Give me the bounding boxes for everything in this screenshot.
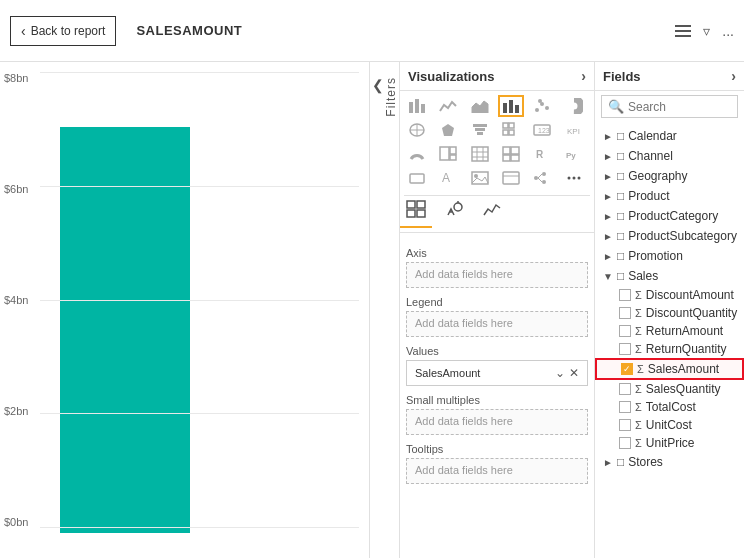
viz-panel-expand-icon[interactable]: › [581,68,586,84]
viz-gauge-icon[interactable] [404,143,430,165]
search-input[interactable] [628,100,731,114]
total-cost-checkbox[interactable] [619,401,631,413]
field-group-header-product-subcategory[interactable]: ► □ ProductSubcategory [595,226,744,246]
svg-rect-32 [503,147,510,154]
calendar-label: Calendar [628,129,677,143]
field-item-discount-quantity[interactable]: Σ DiscountQuantity [595,304,744,322]
calendar-table-icon: □ [617,129,624,143]
unit-price-sigma: Σ [635,437,642,449]
field-item-return-quantity[interactable]: Σ ReturnQuantity [595,340,744,358]
sales-table-icon: □ [617,269,624,283]
promotion-expand-icon: ► [603,251,613,262]
viz-r-icon[interactable]: R [529,143,555,165]
field-item-total-cost[interactable]: Σ TotalCost [595,398,744,416]
field-item-discount-amount[interactable]: Σ DiscountAmount [595,286,744,304]
viz-decomp-icon[interactable] [529,167,555,189]
unit-price-checkbox[interactable] [619,437,631,449]
svg-rect-52 [407,201,415,208]
field-group-header-product[interactable]: ► □ Product [595,186,744,206]
viz-shape-icon[interactable] [404,167,430,189]
field-group-header-calendar[interactable]: ► □ Calendar [595,126,744,146]
tab-analytics[interactable] [476,198,508,228]
viz-image-icon[interactable] [467,167,493,189]
svg-line-48 [538,178,542,182]
field-item-sales-amount[interactable]: ✓ Σ SalesAmount [595,358,744,380]
return-quantity-checkbox[interactable] [619,343,631,355]
viz-web-icon[interactable] [498,167,524,189]
values-clear[interactable]: ⌄ ✕ [555,366,579,380]
field-group-header-stores[interactable]: ► □ Stores [595,452,744,472]
back-to-report-button[interactable]: ‹ Back to report [10,16,116,46]
sales-amount-checkbox[interactable]: ✓ [621,363,633,375]
viz-table-icon[interactable] [467,143,493,165]
field-group-header-product-category[interactable]: ► □ ProductCategory [595,206,744,226]
field-item-sales-quantity[interactable]: Σ SalesQuantity [595,380,744,398]
field-item-unit-price[interactable]: Σ UnitPrice [595,434,744,452]
svg-rect-0 [409,102,413,113]
more-options-icon[interactable]: ... [722,23,734,39]
viz-line-icon[interactable] [435,95,461,117]
sales-quantity-name: SalesQuantity [646,382,721,396]
discount-amount-checkbox[interactable] [619,289,631,301]
svg-point-56 [454,203,462,211]
tab-fields[interactable] [400,198,432,228]
svg-rect-3 [503,103,507,113]
return-quantity-name: ReturnQuantity [646,342,727,356]
filters-expand-icon[interactable]: ❮ [372,77,384,93]
field-group-header-sales[interactable]: ▼ □ Sales [595,266,744,286]
field-group-product-category: ► □ ProductCategory [595,206,744,226]
viz-stacked-bar-icon[interactable] [404,95,430,117]
fields-panel-expand-icon[interactable]: › [731,68,736,84]
return-amount-checkbox[interactable] [619,325,631,337]
viz-python-icon[interactable]: Py [561,143,587,165]
svg-rect-18 [509,123,514,128]
chart-area: $8bn $6bn $4bn $2bn $0bn [0,62,370,558]
viz-funnel-icon[interactable] [467,119,493,141]
svg-point-10 [567,99,581,113]
svg-point-50 [572,177,575,180]
viz-card-icon[interactable]: 123 [529,119,555,141]
viz-filled-map-icon[interactable] [435,119,461,141]
format-tab-icon [444,200,464,222]
product-category-label: ProductCategory [628,209,718,223]
product-table-icon: □ [617,189,624,203]
field-group-header-geography[interactable]: ► □ Geography [595,166,744,186]
values-dropzone[interactable]: SalesAmount ⌄ ✕ [406,360,588,386]
unit-cost-checkbox[interactable] [619,419,631,431]
field-item-unit-cost[interactable]: Σ UnitCost [595,416,744,434]
product-expand-icon: ► [603,191,613,202]
sales-expand-icon: ▼ [603,271,613,282]
hamburger-menu-icon[interactable] [675,25,691,37]
discount-quantity-checkbox[interactable] [619,307,631,319]
legend-dropzone[interactable]: Add data fields here [406,311,588,337]
tooltips-dropzone[interactable]: Add data fields here [406,458,588,484]
fields-list: ► □ Calendar ► □ Channel ► □ Geography [595,122,744,558]
svg-rect-4 [509,100,513,113]
return-amount-name: ReturnAmount [646,324,723,338]
viz-map-icon[interactable] [404,119,430,141]
viz-kpi-icon[interactable]: KPI [561,119,587,141]
field-group-header-promotion[interactable]: ► □ Promotion [595,246,744,266]
tab-format[interactable] [438,198,470,228]
viz-text-icon[interactable]: A [435,167,461,189]
sales-quantity-checkbox[interactable] [619,383,631,395]
viz-more-icon[interactable] [561,167,587,189]
viz-treemap-icon[interactable] [435,143,461,165]
small-multiples-dropzone[interactable]: Add data fields here [406,409,588,435]
svg-rect-53 [417,201,425,208]
viz-pie-icon[interactable] [561,95,587,117]
viz-scatter-icon[interactable] [529,95,555,117]
y-label-4bn: $4bn [4,294,28,306]
svg-text:Py: Py [566,151,576,160]
field-group-header-channel[interactable]: ► □ Channel [595,146,744,166]
sales-label: Sales [628,269,658,283]
viz-matrix2-icon[interactable] [498,143,524,165]
unit-cost-sigma: Σ [635,419,642,431]
field-item-return-amount[interactable]: Σ ReturnAmount [595,322,744,340]
viz-bar-icon[interactable] [498,95,524,117]
viz-matrix-icon[interactable] [498,119,524,141]
viz-area-icon[interactable] [467,95,493,117]
discount-quantity-name: DiscountQuantity [646,306,737,320]
filter-icon[interactable]: ▿ [703,23,710,39]
axis-dropzone[interactable]: Add data fields here [406,262,588,288]
